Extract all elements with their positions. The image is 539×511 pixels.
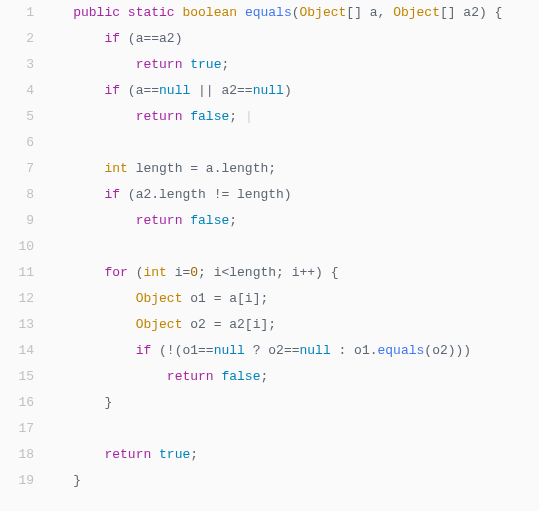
code-block: 12345678910111213141516171819 public sta…	[0, 0, 539, 494]
line-number: 10	[0, 234, 34, 260]
line-number: 3	[0, 52, 34, 78]
line-number: 1	[0, 0, 34, 26]
code-line	[42, 234, 502, 260]
line-number: 9	[0, 208, 34, 234]
line-number: 6	[0, 130, 34, 156]
code-line: return true;	[42, 442, 502, 468]
code-line: return true;	[42, 52, 502, 78]
code-line: for (int i=0; i<length; i++) {	[42, 260, 502, 286]
line-number: 12	[0, 286, 34, 312]
line-number: 11	[0, 260, 34, 286]
line-number: 19	[0, 468, 34, 494]
code-line: }	[42, 468, 502, 494]
code-line: int length = a.length;	[42, 156, 502, 182]
code-line	[42, 416, 502, 442]
code-line: return false;	[42, 364, 502, 390]
code-line: if (a2.length != length)	[42, 182, 502, 208]
line-number: 7	[0, 156, 34, 182]
code-line: Object o1 = a[i];	[42, 286, 502, 312]
code-line	[42, 130, 502, 156]
line-number: 5	[0, 104, 34, 130]
code-line: if (a==null || a2==null)	[42, 78, 502, 104]
code-line: if (!(o1==null ? o2==null : o1.equals(o2…	[42, 338, 502, 364]
source-code: public static boolean equals(Object[] a,…	[42, 0, 502, 494]
code-line: if (a==a2)	[42, 26, 502, 52]
line-number: 8	[0, 182, 34, 208]
line-number-gutter: 12345678910111213141516171819	[0, 0, 42, 494]
code-line: public static boolean equals(Object[] a,…	[42, 0, 502, 26]
code-line: return false;	[42, 208, 502, 234]
line-number: 15	[0, 364, 34, 390]
line-number: 16	[0, 390, 34, 416]
line-number: 14	[0, 338, 34, 364]
line-number: 4	[0, 78, 34, 104]
line-number: 13	[0, 312, 34, 338]
code-line: return false; |	[42, 104, 502, 130]
code-line: }	[42, 390, 502, 416]
line-number: 18	[0, 442, 34, 468]
line-number: 17	[0, 416, 34, 442]
code-line: Object o2 = a2[i];	[42, 312, 502, 338]
line-number: 2	[0, 26, 34, 52]
